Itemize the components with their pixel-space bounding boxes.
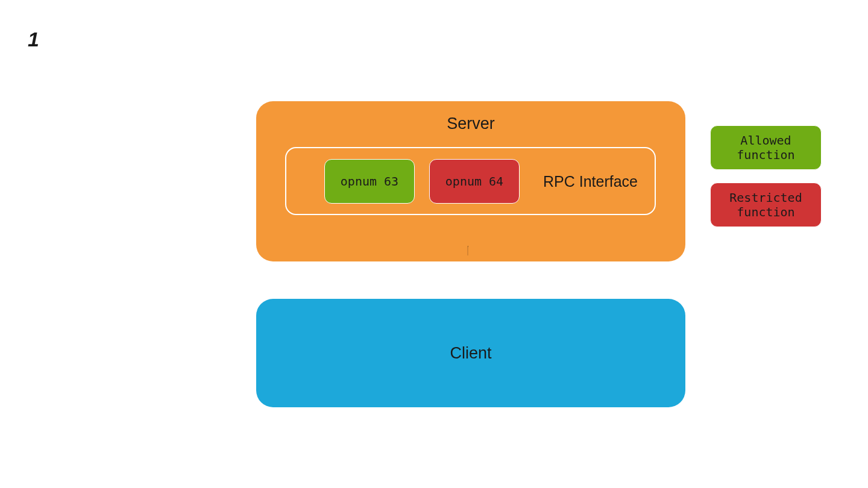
opnum-restricted: opnum 64 — [429, 159, 520, 204]
diagram-canvas: 1 Server RPC Interface opnum 63 opnum 64… — [0, 0, 868, 488]
server-title: Server — [256, 114, 685, 133]
client-title: Client — [450, 344, 491, 363]
legend-restricted: Restricted function — [710, 183, 822, 227]
legend-allowed: Allowed function — [710, 125, 822, 170]
opnum-allowed: opnum 63 — [324, 159, 415, 204]
client-to-opnum-arrow — [467, 202, 468, 299]
client-box: Client — [256, 299, 685, 407]
rpc-interface-label: RPC Interface — [543, 172, 638, 190]
rpc-interface-box: RPC Interface opnum 63 opnum 64 — [285, 147, 656, 215]
slide-number: 1 — [28, 28, 39, 51]
